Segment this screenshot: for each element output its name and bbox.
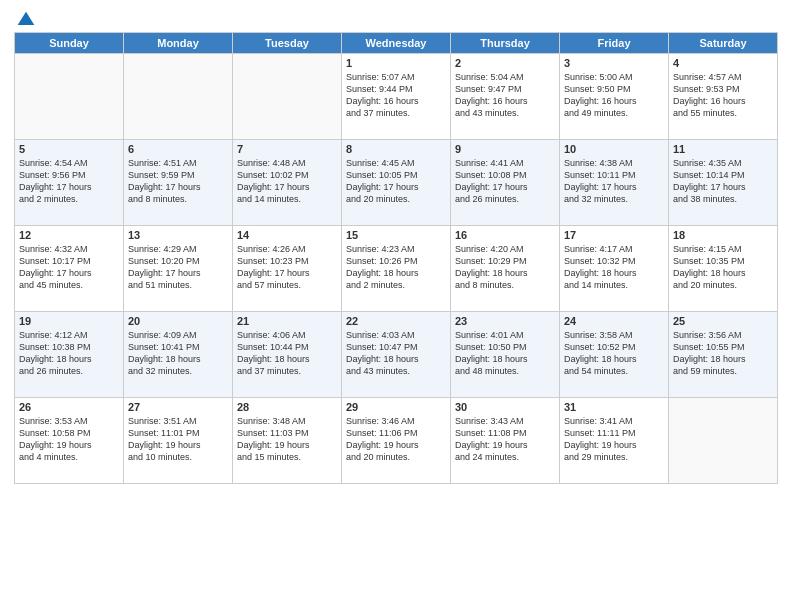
weekday-header-friday: Friday [560, 33, 669, 54]
day-info: Sunrise: 4:38 AM Sunset: 10:11 PM Daylig… [564, 157, 664, 206]
day-number: 8 [346, 143, 446, 155]
weekday-header-wednesday: Wednesday [342, 33, 451, 54]
logo-text [14, 10, 36, 30]
calendar-cell: 25Sunrise: 3:56 AM Sunset: 10:55 PM Dayl… [669, 312, 778, 398]
day-number: 12 [19, 229, 119, 241]
weekday-header-saturday: Saturday [669, 33, 778, 54]
calendar-cell: 29Sunrise: 3:46 AM Sunset: 11:06 PM Dayl… [342, 398, 451, 484]
calendar-cell [15, 54, 124, 140]
day-info: Sunrise: 3:58 AM Sunset: 10:52 PM Daylig… [564, 329, 664, 378]
day-number: 26 [19, 401, 119, 413]
calendar-cell: 24Sunrise: 3:58 AM Sunset: 10:52 PM Dayl… [560, 312, 669, 398]
calendar-cell [124, 54, 233, 140]
calendar-cell: 22Sunrise: 4:03 AM Sunset: 10:47 PM Dayl… [342, 312, 451, 398]
day-info: Sunrise: 3:46 AM Sunset: 11:06 PM Daylig… [346, 415, 446, 464]
day-number: 21 [237, 315, 337, 327]
logo [14, 10, 36, 26]
day-info: Sunrise: 4:06 AM Sunset: 10:44 PM Daylig… [237, 329, 337, 378]
day-number: 15 [346, 229, 446, 241]
day-info: Sunrise: 4:29 AM Sunset: 10:20 PM Daylig… [128, 243, 228, 292]
calendar-week-4: 19Sunrise: 4:12 AM Sunset: 10:38 PM Dayl… [15, 312, 778, 398]
svg-marker-0 [18, 12, 35, 25]
calendar-cell: 9Sunrise: 4:41 AM Sunset: 10:08 PM Dayli… [451, 140, 560, 226]
calendar-cell: 11Sunrise: 4:35 AM Sunset: 10:14 PM Dayl… [669, 140, 778, 226]
weekday-header-sunday: Sunday [15, 33, 124, 54]
day-number: 4 [673, 57, 773, 69]
day-info: Sunrise: 4:17 AM Sunset: 10:32 PM Daylig… [564, 243, 664, 292]
day-info: Sunrise: 5:07 AM Sunset: 9:44 PM Dayligh… [346, 71, 446, 120]
calendar-cell: 13Sunrise: 4:29 AM Sunset: 10:20 PM Dayl… [124, 226, 233, 312]
calendar-cell: 31Sunrise: 3:41 AM Sunset: 11:11 PM Dayl… [560, 398, 669, 484]
day-info: Sunrise: 4:26 AM Sunset: 10:23 PM Daylig… [237, 243, 337, 292]
day-info: Sunrise: 3:51 AM Sunset: 11:01 PM Daylig… [128, 415, 228, 464]
weekday-header-row: SundayMondayTuesdayWednesdayThursdayFrid… [15, 33, 778, 54]
day-info: Sunrise: 5:04 AM Sunset: 9:47 PM Dayligh… [455, 71, 555, 120]
day-number: 24 [564, 315, 664, 327]
day-info: Sunrise: 4:41 AM Sunset: 10:08 PM Daylig… [455, 157, 555, 206]
calendar-cell: 17Sunrise: 4:17 AM Sunset: 10:32 PM Dayl… [560, 226, 669, 312]
day-info: Sunrise: 4:15 AM Sunset: 10:35 PM Daylig… [673, 243, 773, 292]
day-info: Sunrise: 3:48 AM Sunset: 11:03 PM Daylig… [237, 415, 337, 464]
day-number: 16 [455, 229, 555, 241]
day-info: Sunrise: 4:09 AM Sunset: 10:41 PM Daylig… [128, 329, 228, 378]
calendar-cell: 12Sunrise: 4:32 AM Sunset: 10:17 PM Dayl… [15, 226, 124, 312]
day-info: Sunrise: 4:12 AM Sunset: 10:38 PM Daylig… [19, 329, 119, 378]
calendar-cell: 27Sunrise: 3:51 AM Sunset: 11:01 PM Dayl… [124, 398, 233, 484]
day-number: 2 [455, 57, 555, 69]
calendar-week-1: 1Sunrise: 5:07 AM Sunset: 9:44 PM Daylig… [15, 54, 778, 140]
day-number: 6 [128, 143, 228, 155]
calendar-week-5: 26Sunrise: 3:53 AM Sunset: 10:58 PM Dayl… [15, 398, 778, 484]
day-info: Sunrise: 5:00 AM Sunset: 9:50 PM Dayligh… [564, 71, 664, 120]
calendar-cell: 4Sunrise: 4:57 AM Sunset: 9:53 PM Daylig… [669, 54, 778, 140]
day-number: 7 [237, 143, 337, 155]
day-number: 31 [564, 401, 664, 413]
day-info: Sunrise: 4:45 AM Sunset: 10:05 PM Daylig… [346, 157, 446, 206]
day-info: Sunrise: 3:41 AM Sunset: 11:11 PM Daylig… [564, 415, 664, 464]
day-info: Sunrise: 4:20 AM Sunset: 10:29 PM Daylig… [455, 243, 555, 292]
calendar-cell: 20Sunrise: 4:09 AM Sunset: 10:41 PM Dayl… [124, 312, 233, 398]
day-number: 23 [455, 315, 555, 327]
day-info: Sunrise: 4:32 AM Sunset: 10:17 PM Daylig… [19, 243, 119, 292]
weekday-header-monday: Monday [124, 33, 233, 54]
calendar-cell: 5Sunrise: 4:54 AM Sunset: 9:56 PM Daylig… [15, 140, 124, 226]
day-info: Sunrise: 4:48 AM Sunset: 10:02 PM Daylig… [237, 157, 337, 206]
day-number: 1 [346, 57, 446, 69]
calendar-cell: 14Sunrise: 4:26 AM Sunset: 10:23 PM Dayl… [233, 226, 342, 312]
calendar-cell: 19Sunrise: 4:12 AM Sunset: 10:38 PM Dayl… [15, 312, 124, 398]
calendar-cell: 21Sunrise: 4:06 AM Sunset: 10:44 PM Dayl… [233, 312, 342, 398]
calendar: SundayMondayTuesdayWednesdayThursdayFrid… [14, 32, 778, 484]
day-info: Sunrise: 4:54 AM Sunset: 9:56 PM Dayligh… [19, 157, 119, 206]
calendar-cell: 26Sunrise: 3:53 AM Sunset: 10:58 PM Dayl… [15, 398, 124, 484]
calendar-cell: 23Sunrise: 4:01 AM Sunset: 10:50 PM Dayl… [451, 312, 560, 398]
weekday-header-thursday: Thursday [451, 33, 560, 54]
calendar-cell: 8Sunrise: 4:45 AM Sunset: 10:05 PM Dayli… [342, 140, 451, 226]
calendar-cell: 16Sunrise: 4:20 AM Sunset: 10:29 PM Dayl… [451, 226, 560, 312]
day-number: 29 [346, 401, 446, 413]
day-number: 20 [128, 315, 228, 327]
day-info: Sunrise: 3:43 AM Sunset: 11:08 PM Daylig… [455, 415, 555, 464]
calendar-week-2: 5Sunrise: 4:54 AM Sunset: 9:56 PM Daylig… [15, 140, 778, 226]
day-number: 18 [673, 229, 773, 241]
day-info: Sunrise: 4:03 AM Sunset: 10:47 PM Daylig… [346, 329, 446, 378]
calendar-cell: 6Sunrise: 4:51 AM Sunset: 9:59 PM Daylig… [124, 140, 233, 226]
weekday-header-tuesday: Tuesday [233, 33, 342, 54]
calendar-cell: 18Sunrise: 4:15 AM Sunset: 10:35 PM Dayl… [669, 226, 778, 312]
calendar-cell: 10Sunrise: 4:38 AM Sunset: 10:11 PM Dayl… [560, 140, 669, 226]
calendar-cell: 15Sunrise: 4:23 AM Sunset: 10:26 PM Dayl… [342, 226, 451, 312]
header [14, 10, 778, 26]
day-info: Sunrise: 4:35 AM Sunset: 10:14 PM Daylig… [673, 157, 773, 206]
day-info: Sunrise: 3:53 AM Sunset: 10:58 PM Daylig… [19, 415, 119, 464]
day-number: 19 [19, 315, 119, 327]
calendar-cell: 28Sunrise: 3:48 AM Sunset: 11:03 PM Dayl… [233, 398, 342, 484]
day-number: 17 [564, 229, 664, 241]
calendar-cell: 2Sunrise: 5:04 AM Sunset: 9:47 PM Daylig… [451, 54, 560, 140]
day-number: 28 [237, 401, 337, 413]
calendar-cell [669, 398, 778, 484]
day-number: 5 [19, 143, 119, 155]
calendar-cell: 3Sunrise: 5:00 AM Sunset: 9:50 PM Daylig… [560, 54, 669, 140]
day-number: 22 [346, 315, 446, 327]
day-number: 25 [673, 315, 773, 327]
day-number: 30 [455, 401, 555, 413]
calendar-cell: 30Sunrise: 3:43 AM Sunset: 11:08 PM Dayl… [451, 398, 560, 484]
day-number: 3 [564, 57, 664, 69]
